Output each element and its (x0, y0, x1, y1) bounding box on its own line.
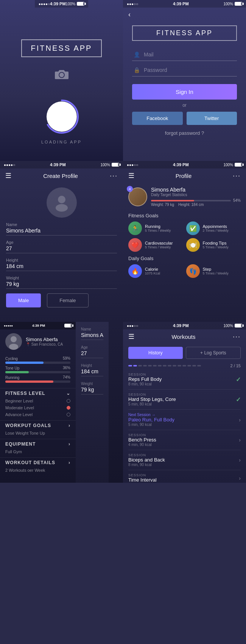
history-tab[interactable]: History (128, 347, 183, 359)
status-bar-workouts: ●●●○○ 4:39 PM 100% (123, 322, 246, 329)
side-name-value: Simons A (81, 332, 103, 340)
more-options-icon[interactable]: ··· (110, 172, 118, 180)
checkmark-icon: ✓ (236, 376, 241, 383)
goal-label: Fooding Tips (203, 241, 229, 245)
activity-fill (5, 362, 44, 364)
workout-details-section[interactable]: WORKOUT DETAILS › 2 Workouts oer Week (0, 457, 76, 476)
badge-number: 4 (127, 186, 133, 192)
hamburger-icon[interactable]: ☰ (5, 172, 11, 180)
fitness-levels: Beginner Level Moderate Level Advance Le… (5, 398, 70, 418)
male-button[interactable]: Male (6, 293, 41, 307)
session-title: Hard Stop Legs, Core (128, 396, 176, 402)
workout-list-item[interactable]: Session Biceps and Back 8 min, 90 kcal › (128, 450, 241, 470)
camera-icon (54, 69, 69, 81)
daily-goal-freq: 1075 Kcal (145, 271, 160, 275)
activity-pct: 36% (63, 366, 70, 370)
workouts-nav-title: Workouts (171, 334, 195, 340)
daily-goal-icon: 🔥 (128, 264, 142, 278)
workout-goals-text: Lose Weight Tone Up (5, 431, 45, 435)
battery-pct-splash: 100% (66, 2, 76, 6)
weight-label: Weight (6, 276, 117, 280)
password-field[interactable]: 🔒 Password (132, 64, 237, 76)
profile-info: Simons Aberfa Daily Target Statistics 54… (151, 187, 241, 207)
fitness-level-title: FITNESS LEVEL (5, 391, 45, 396)
log-sports-tab[interactable]: + Log Sports (186, 347, 241, 359)
sign-in-button[interactable]: Sign In (132, 84, 237, 100)
session-meta: 4 min, 90 kcal (128, 443, 156, 447)
goal-freq: 2 Times / Weekly (203, 229, 229, 232)
progress-dot-empty (173, 365, 176, 366)
progress-percent: 54% (233, 198, 241, 203)
goal-card: 🏃 Running 5 Times / Weekly (128, 221, 183, 235)
workout-goals-section[interactable]: WORKPUT GOALS › Lose Weight Tone Up (0, 420, 76, 439)
workout-list-item[interactable]: Session Time Interval › (128, 470, 241, 483)
progress-track (151, 200, 231, 201)
weight-stat: Weight: 79 kg (151, 203, 174, 207)
facebook-button[interactable]: Facebook (132, 112, 183, 125)
session-label: Session (128, 373, 162, 376)
equipment-section[interactable]: EQUIPMENT › Full Gym (0, 439, 76, 457)
profile-navbar: ☰ Profile ··· (123, 168, 246, 183)
workout-goals-title: WORKPUT GOALS (5, 423, 51, 428)
twitter-button[interactable]: Twitter (187, 112, 237, 125)
app-container: ●●●●○ 4:39 PM 100% FITNESS APP LOADING A… (0, 0, 246, 483)
status-right-fitness (64, 324, 72, 327)
weight-value[interactable]: 79 kg (6, 281, 117, 289)
fitness-level-option[interactable]: Moderate Level (5, 404, 70, 411)
activity-bar-row: Tone Up 36% (5, 366, 70, 373)
fitness-level-option[interactable]: Advance Level (5, 411, 70, 418)
chevron-down-icon: ⌄ (66, 391, 70, 396)
social-buttons: Facebook Twitter (132, 112, 237, 125)
svg-point-0 (47, 101, 77, 132)
login-screen: ●●●○○ 4:39 PM 100% ‹ FITNESS APP 👤 Mail … (123, 0, 246, 161)
profile-avatar-placeholder[interactable] (47, 187, 77, 218)
more-options-icon-workouts[interactable]: ··· (233, 333, 241, 341)
fitness-level-option[interactable]: Beginner Level (5, 398, 70, 404)
progress-dot-empty (148, 365, 152, 366)
goals-grid: 🏃 Running 5 Times / Weekly ✅ Appoinments… (123, 220, 246, 253)
progress-dots (128, 365, 228, 366)
weight-field: Weight 79 kg (6, 276, 117, 289)
chevron-right-icon: › (239, 457, 241, 463)
session-meta: 8 min, 90 kcal (128, 463, 165, 467)
age-field: Age 27 (6, 240, 117, 253)
workouts-screen: ●●●○○ 4:39 PM 100% ☰ Workouts ··· Histor… (123, 322, 246, 483)
workout-list-item[interactable]: Session Bench Press 4 min, 90 kcal › (128, 430, 241, 450)
workout-details-sub: 2 Workouts oer Week (5, 467, 70, 474)
chevron-right-eq: › (69, 441, 70, 447)
age-value[interactable]: 27 (6, 245, 117, 253)
side-name-label: Name (81, 327, 103, 331)
forgot-password-link[interactable]: forgot password ? (132, 130, 237, 136)
height-field: Height 184 cm (6, 258, 117, 271)
workout-list-item[interactable]: Session Hard Stop Legs, Core 5 min, 80 k… (128, 390, 241, 410)
female-button[interactable]: Female (47, 293, 88, 307)
height-value[interactable]: 184 cm (6, 263, 117, 271)
session-label: Session (128, 453, 165, 457)
profile-nav-title: Profile (176, 173, 192, 179)
level-label: Beginner Level (5, 399, 33, 403)
profile-screen: ●●●○○ 4:39 PM 100% ☰ Profile ··· 4 Simon… (123, 161, 246, 322)
goal-label: Cardiovascular (145, 241, 173, 245)
name-value[interactable]: Simons Aberfa (6, 228, 117, 235)
level-label: Advance Level (5, 412, 33, 417)
workout-list-item[interactable]: Next Session → Paleo Run, Full Body 5 mi… (128, 410, 241, 430)
back-button[interactable]: ‹ (123, 8, 246, 22)
workout-details-title: WORKOUT DETAILS (5, 460, 55, 465)
more-options-icon-profile[interactable]: ··· (233, 172, 241, 180)
hamburger-icon-profile[interactable]: ☰ (128, 172, 134, 180)
fitness-user-info: Simons Aberfa 📍 San Francisco, CA (26, 337, 70, 346)
workout-details-header: WORKOUT DETAILS › (5, 460, 70, 465)
mail-field[interactable]: 👤 Mail (132, 48, 237, 61)
location-icon: 📍 (26, 342, 30, 346)
hamburger-icon-workouts[interactable]: ☰ (128, 332, 134, 341)
workout-list-item[interactable]: Session Reps Full Body 8 min, 90 kcal ✓ (128, 370, 241, 390)
loader-arc (45, 100, 79, 134)
activity-pct: 59% (63, 356, 70, 360)
profile-user-name: Simons Aberfa (151, 187, 241, 193)
goal-label: Running (145, 224, 171, 229)
time-splash: 4:39 PM (50, 2, 66, 6)
name-field: Name Simons Aberfa (6, 222, 117, 235)
daily-goal-card: 👣 Step 5 Times / Weekly (186, 264, 241, 278)
goal-card: 🍽️ Fooding Tips 5 Times / Weekly (186, 238, 241, 252)
password-placeholder: Password (144, 67, 167, 73)
